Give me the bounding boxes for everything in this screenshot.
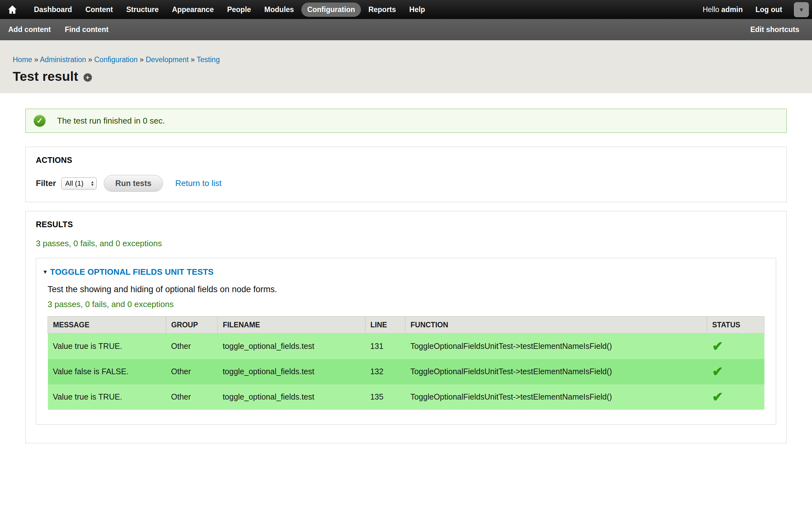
actions-panel: ACTIONS Filter All (1) ▲▼ Run tests Retu…: [26, 147, 786, 202]
edit-shortcuts-link[interactable]: Edit shortcuts: [750, 25, 799, 34]
column-header-group: GROUP: [166, 317, 217, 334]
main-content: ✓ The test run finished in 0 sec. ACTION…: [0, 93, 812, 443]
collapse-triangle-icon: ▼: [43, 269, 48, 275]
status-ok-icon: ✓: [34, 115, 46, 127]
username: admin: [721, 5, 743, 14]
toolbar-item-structure[interactable]: Structure: [120, 3, 165, 17]
toolbar-item-modules[interactable]: Modules: [258, 3, 300, 17]
table-row: Value true is TRUE.Othertoggle_optional_…: [48, 334, 764, 359]
cell-filename: toggle_optional_fields.test: [217, 384, 365, 410]
column-header-filename: FILENAME: [217, 317, 365, 334]
toolbar-item-help[interactable]: Help: [403, 3, 431, 17]
table-row: Value false is FALSE.Othertoggle_optiona…: [48, 359, 764, 384]
home-icon-glyph: [8, 5, 17, 14]
page-header: Home » Administration » Configuration » …: [0, 40, 812, 93]
status-message-text: The test run finished in 0 sec.: [57, 116, 165, 126]
home-icon[interactable]: [5, 2, 20, 17]
run-tests-button[interactable]: Run tests: [104, 175, 163, 192]
cell-filename: toggle_optional_fields.test: [217, 334, 365, 359]
table-row: Value true is TRUE.Othertoggle_optional_…: [48, 384, 764, 410]
filter-select[interactable]: All (1) ▲▼: [61, 177, 97, 189]
results-table-body: Value true is TRUE.Othertoggle_optional_…: [48, 334, 764, 410]
cell-status: ✔: [707, 334, 764, 359]
test-group-description: Test the showing and hiding of optional …: [48, 285, 764, 294]
cell-message: Value false is FALSE.: [48, 359, 166, 384]
cell-line: 131: [365, 334, 405, 359]
cell-line: 135: [365, 384, 405, 410]
toolbar-item-dashboard[interactable]: Dashboard: [28, 3, 78, 17]
results-table-head-row: MESSAGEGROUPFILENAMELINEFUNCTIONSTATUS: [48, 317, 764, 334]
page-title: Test result: [13, 69, 78, 84]
toolbar-item-content[interactable]: Content: [79, 3, 119, 17]
filter-row: Filter All (1) ▲▼ Run tests Return to li…: [36, 175, 776, 192]
breadcrumb: Home » Administration » Configuration » …: [13, 55, 799, 64]
toolbar-item-appearance[interactable]: Appearance: [166, 3, 220, 17]
cell-filename: toggle_optional_fields.test: [217, 359, 365, 384]
pass-checkmark-icon: ✔: [712, 339, 723, 354]
test-group-body: Test the showing and hiding of optional …: [43, 285, 764, 410]
column-header-message: MESSAGE: [48, 317, 166, 334]
toolbar-item-configuration[interactable]: Configuration: [301, 3, 361, 17]
test-group-toggle[interactable]: ▼ TOGGLE OPTIONAL FIELDS UNIT TESTS: [43, 267, 764, 277]
cell-message: Value true is TRUE.: [48, 384, 166, 410]
breadcrumb-link-configuration[interactable]: Configuration: [94, 55, 138, 64]
pass-checkmark-icon: ✔: [712, 364, 723, 379]
breadcrumb-separator: »: [138, 55, 146, 64]
toolbar-item-reports[interactable]: Reports: [362, 3, 402, 17]
shortcuts-bar: Add contentFind content Edit shortcuts: [0, 19, 812, 40]
cell-status: ✔: [707, 359, 764, 384]
admin-toolbar: DashboardContentStructureAppearancePeopl…: [0, 0, 812, 19]
logout-link[interactable]: Log out: [756, 5, 782, 14]
test-group-summary: 3 passes, 0 fails, and 0 exceptions: [48, 299, 764, 309]
breadcrumb-separator: »: [86, 55, 94, 64]
shortcuts-list: Add contentFind content: [8, 25, 122, 34]
add-shortcut-icon[interactable]: +: [84, 73, 92, 82]
cell-function: ToggleOptionalFieldsUnitTest->testElemen…: [405, 334, 707, 359]
breadcrumb-link-administration[interactable]: Administration: [40, 55, 86, 64]
column-header-line: LINE: [365, 317, 405, 334]
results-table: MESSAGEGROUPFILENAMELINEFUNCTIONSTATUS V…: [48, 316, 764, 410]
breadcrumb-separator: »: [189, 55, 197, 64]
breadcrumb-link-testing[interactable]: Testing: [197, 55, 220, 64]
page-title-row: Test result +: [13, 69, 799, 84]
cell-message: Value true is TRUE.: [48, 334, 166, 359]
chevron-down-icon: ▼: [799, 7, 804, 13]
pass-checkmark-icon: ✔: [712, 389, 723, 404]
breadcrumb-link-development[interactable]: Development: [146, 55, 189, 64]
toolbar-item-people[interactable]: People: [221, 3, 257, 17]
return-to-list-link[interactable]: Return to list: [175, 178, 221, 188]
test-group-title: TOGGLE OPTIONAL FIELDS UNIT TESTS: [50, 267, 214, 277]
cell-function: ToggleOptionalFieldsUnitTest->testElemen…: [405, 359, 707, 384]
greeting-word: Hello: [703, 5, 719, 14]
greeting-text: Hello admin: [703, 5, 743, 14]
cell-group: Other: [166, 359, 217, 384]
cell-function: ToggleOptionalFieldsUnitTest->testElemen…: [405, 384, 707, 410]
breadcrumb-link-home[interactable]: Home: [13, 55, 32, 64]
column-header-status: STATUS: [707, 317, 764, 334]
actions-legend: ACTIONS: [36, 156, 776, 165]
results-panel: RESULTS 3 passes, 0 fails, and 0 excepti…: [26, 211, 786, 443]
cell-group: Other: [166, 334, 217, 359]
column-header-function: FUNCTION: [405, 317, 707, 334]
cell-line: 132: [365, 359, 405, 384]
select-arrows-icon: ▲▼: [91, 181, 94, 186]
toolbar-menu: DashboardContentStructureAppearancePeopl…: [28, 3, 432, 17]
shortcut-add-content[interactable]: Add content: [8, 25, 51, 34]
toolbar-user-area: Hello admin Log out: [703, 5, 807, 14]
results-legend: RESULTS: [36, 220, 776, 229]
filter-select-value: All (1): [65, 179, 84, 187]
results-summary: 3 passes, 0 fails, and 0 exceptions: [36, 239, 776, 248]
cell-group: Other: [166, 384, 217, 410]
toolbar-toggle-button[interactable]: ▼: [794, 2, 809, 17]
filter-label: Filter: [36, 178, 56, 188]
shortcut-find-content[interactable]: Find content: [65, 25, 108, 34]
breadcrumb-separator: »: [32, 55, 40, 64]
cell-status: ✔: [707, 384, 764, 410]
status-message: ✓ The test run finished in 0 sec.: [26, 109, 786, 133]
test-group-fieldset: ▼ TOGGLE OPTIONAL FIELDS UNIT TESTS Test…: [36, 258, 776, 425]
